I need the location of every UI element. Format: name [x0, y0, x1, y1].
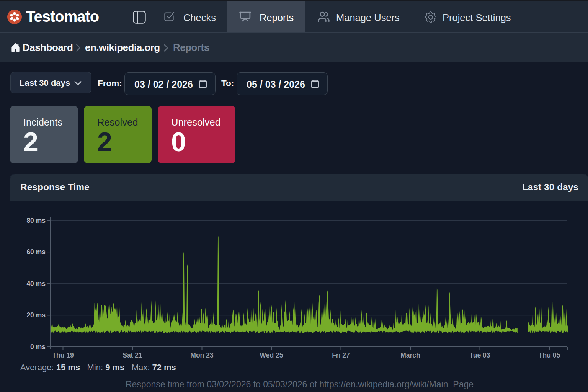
svg-text:Sat 21: Sat 21 — [122, 351, 142, 359]
svg-text:80 ms: 80 ms — [26, 217, 46, 224]
svg-text:Thu 19: Thu 19 — [52, 351, 74, 359]
svg-text:40 ms: 40 ms — [26, 280, 46, 287]
svg-text:Fri 27: Fri 27 — [332, 351, 350, 359]
svg-text:20 ms: 20 ms — [26, 311, 46, 319]
svg-text:Mon 23: Mon 23 — [190, 351, 214, 359]
svg-text:60 ms: 60 ms — [26, 248, 46, 256]
svg-text:Tue 03: Tue 03 — [469, 351, 490, 359]
svg-text:March: March — [400, 351, 420, 359]
svg-text:0 ms: 0 ms — [30, 343, 46, 351]
svg-text:Wed 25: Wed 25 — [260, 351, 283, 359]
svg-text:Thu 05: Thu 05 — [539, 351, 560, 359]
